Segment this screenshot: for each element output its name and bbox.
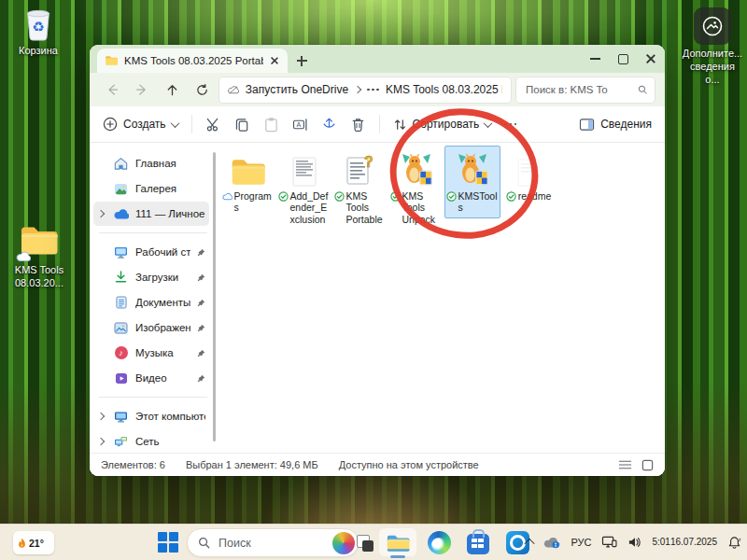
paste-icon[interactable] bbox=[263, 117, 279, 133]
tray-network[interactable] bbox=[601, 536, 617, 549]
desktop-icon-recycle-bin[interactable]: ♻ Корзина bbox=[11, 7, 65, 58]
file-name: Add_Defender_Exclusion bbox=[290, 190, 331, 225]
forward-button[interactable] bbox=[129, 77, 155, 103]
weather-widget[interactable]: 21° bbox=[13, 531, 54, 554]
desktop-icon-kms-folder[interactable]: KMS Tools 08.03.20... bbox=[6, 224, 73, 290]
file-item-readme[interactable]: readme bbox=[500, 146, 557, 206]
file-item-kmstools-selected[interactable]: KMSTools bbox=[444, 146, 500, 218]
toolbar-separator bbox=[191, 115, 192, 133]
address-bar[interactable]: Запустить OneDrive KMS Tools 08.03.2025 … bbox=[218, 77, 512, 104]
start-button[interactable] bbox=[155, 529, 181, 555]
sidebar-item-videos[interactable]: Видео bbox=[93, 366, 209, 390]
sidebar-item-gallery[interactable]: Галерея bbox=[93, 176, 209, 201]
minimize-button[interactable] bbox=[581, 45, 609, 73]
script-file-icon bbox=[291, 148, 317, 188]
search-icon bbox=[198, 537, 210, 549]
tray-volume[interactable] bbox=[627, 536, 641, 549]
sidebar-scrollbar[interactable] bbox=[213, 152, 216, 441]
details-pane-button[interactable]: Сведения bbox=[579, 118, 652, 132]
refresh-icon bbox=[195, 83, 209, 97]
close-button[interactable] bbox=[637, 45, 665, 73]
explorer-search-input[interactable] bbox=[524, 83, 634, 96]
new-tab-button[interactable] bbox=[288, 49, 316, 73]
maximize-button[interactable] bbox=[609, 45, 637, 73]
task-view-button[interactable] bbox=[351, 529, 377, 555]
sidebar-item-pictures[interactable]: Изображения bbox=[93, 315, 209, 340]
share-icon[interactable] bbox=[321, 117, 337, 133]
music-icon: ♪ bbox=[113, 345, 129, 361]
folder-icon bbox=[19, 224, 60, 261]
rename-icon[interactable]: A bbox=[292, 117, 308, 133]
back-button[interactable] bbox=[99, 77, 125, 103]
taskbar-store[interactable] bbox=[465, 529, 491, 555]
weather-temp: 21° bbox=[29, 538, 44, 549]
tab-kms-tools[interactable]: KMS Tools 08.03.2025 Portable bbox=[97, 49, 288, 73]
svg-text:?: ? bbox=[364, 154, 374, 170]
sidebar-item-desktop[interactable]: Рабочий стол bbox=[93, 240, 209, 264]
sidebar-item-home[interactable]: Главная bbox=[93, 151, 209, 175]
taskbar-search-input[interactable] bbox=[217, 536, 304, 551]
windows-logo-icon bbox=[158, 532, 178, 553]
file-name: KMS Tools Unpack bbox=[402, 190, 444, 225]
large-icons-view-icon[interactable] bbox=[641, 459, 654, 471]
tray-time: 5:01 bbox=[652, 537, 669, 549]
breadcrumb-overflow[interactable] bbox=[367, 89, 379, 91]
sidebar-item-documents[interactable]: Документы bbox=[93, 290, 209, 315]
navigation-bar: Запустить OneDrive KMS Tools 08.03.2025 … bbox=[90, 73, 665, 106]
tray-date: 16.07.2025 bbox=[670, 537, 717, 549]
breadcrumb-onedrive[interactable]: Запустить OneDrive bbox=[246, 83, 348, 96]
up-button[interactable] bbox=[159, 77, 185, 103]
svg-text:♻: ♻ bbox=[32, 19, 45, 35]
taskbar-edge[interactable] bbox=[426, 529, 452, 555]
back-icon bbox=[105, 82, 120, 97]
taskbar-file-explorer[interactable] bbox=[385, 529, 411, 555]
pin-icon bbox=[197, 349, 205, 357]
dragon-app-icon bbox=[455, 148, 490, 188]
recycle-bin-icon: ♻ bbox=[21, 7, 55, 42]
expand-chevron-icon[interactable] bbox=[97, 413, 105, 420]
toolbar-separator bbox=[379, 115, 380, 133]
sidebar-item-network[interactable]: Сеть bbox=[93, 429, 209, 454]
list-view-icon[interactable] bbox=[618, 459, 632, 470]
sort-button[interactable]: Сортировать bbox=[393, 118, 492, 132]
tray-clock[interactable]: 5:01 16.07.2025 bbox=[652, 537, 717, 549]
expand-chevron-icon[interactable] bbox=[97, 438, 105, 445]
file-name: KMSTools bbox=[458, 190, 500, 214]
recycle-bin-label: Корзина bbox=[19, 45, 58, 58]
tab-close-icon[interactable] bbox=[270, 56, 279, 65]
tray-language[interactable]: РУС bbox=[571, 537, 591, 548]
file-item-add-defender-exclusion[interactable]: Add_Defender_Exclusion bbox=[276, 146, 332, 230]
sidebar-item-music[interactable]: ♪ Музыка bbox=[93, 341, 209, 365]
file-item-kms-tools-unpack[interactable]: KMS Tools Unpack bbox=[388, 146, 444, 230]
sidebar-item-this-pc[interactable]: Этот компьютер bbox=[93, 404, 209, 428]
sidebar-item-downloads[interactable]: Загрузки bbox=[93, 265, 209, 289]
new-button[interactable]: Создать bbox=[103, 117, 178, 132]
desktop-folder-icon bbox=[113, 245, 129, 260]
tray-notifications[interactable]: z bbox=[727, 536, 741, 550]
command-bar: Создать A Сортировать Сведения bbox=[90, 106, 665, 143]
file-item-programs[interactable]: Programs bbox=[220, 146, 276, 218]
explorer-search[interactable] bbox=[515, 77, 655, 104]
delete-icon[interactable] bbox=[350, 117, 366, 133]
taskbar-search[interactable] bbox=[187, 528, 359, 557]
expand-chevron-icon[interactable] bbox=[97, 210, 105, 217]
info-label: Дополните... сведения о... bbox=[683, 48, 742, 86]
window-controls bbox=[581, 45, 665, 73]
tab-strip: KMS Tools 08.03.2025 Portable bbox=[90, 45, 665, 73]
breadcrumb-current-folder[interactable]: KMS Tools 08.03.2025 Portable bbox=[386, 83, 502, 96]
desktop-icon-info[interactable]: Дополните... сведения о... bbox=[683, 7, 742, 86]
onedrive-icon bbox=[113, 206, 129, 222]
file-item-kms-tools-portable[interactable]: ? KMS Tools Portable bbox=[332, 146, 388, 230]
tray-show-hidden-button[interactable] bbox=[526, 539, 533, 546]
cut-icon[interactable] bbox=[205, 117, 221, 133]
sidebar-item-onedrive[interactable]: 111 — Личное bbox=[93, 202, 209, 226]
sidebar-item-label: Видео bbox=[135, 372, 190, 384]
pin-icon bbox=[197, 248, 205, 257]
tray-onedrive[interactable] bbox=[543, 537, 560, 549]
synced-status-icon bbox=[278, 191, 289, 202]
details-pane-label: Сведения bbox=[600, 118, 652, 131]
sidebar-item-label: Этот компьютер bbox=[135, 411, 205, 422]
refresh-button[interactable] bbox=[189, 77, 215, 103]
copy-icon[interactable] bbox=[234, 117, 250, 133]
more-options-button[interactable] bbox=[504, 123, 516, 126]
